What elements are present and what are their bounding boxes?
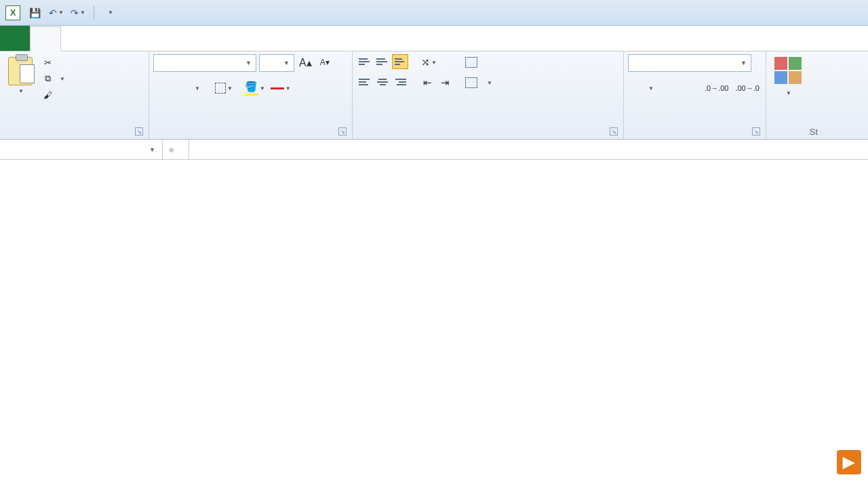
grow-font-button[interactable]: A▴ (297, 54, 314, 70)
bold-button[interactable] (153, 80, 170, 96)
align-center-button[interactable] (374, 75, 391, 89)
wrap-icon (465, 57, 477, 68)
conditional-formatting-icon (774, 57, 802, 84)
border-icon (215, 83, 226, 94)
orientation-button[interactable]: ⤭▼ (419, 54, 439, 70)
tab-home[interactable] (30, 26, 61, 52)
group-font: ▼ ▼ A▴ A▾ ▼ ▼ 🪣▼ ▼ ↘ (149, 52, 353, 139)
redo-button[interactable]: ↷▼ (71, 5, 85, 20)
align-top-button[interactable] (357, 54, 373, 69)
watermark: ▶ (831, 450, 861, 474)
formula-input[interactable] (189, 140, 868, 159)
tab-page-layout[interactable] (91, 26, 121, 51)
quick-access-toolbar: X 💾 ↶▼ ↷▼ ▼ (0, 0, 117, 25)
paste-button[interactable]: ▼ (4, 54, 37, 97)
ribbon: ▼ ✂ ⧉▼ 🖌 ↘ ▼ ▼ A▴ A▾ ▼ ▼ (0, 52, 868, 140)
percent-format-button[interactable] (656, 80, 673, 96)
bucket-icon: 🪣 (245, 81, 258, 96)
align-right-button[interactable] (392, 75, 408, 89)
group-label-alignment: ↘ (357, 135, 619, 138)
decrease-decimal-button[interactable]: .00→.0 (733, 80, 761, 96)
tab-formulas[interactable] (121, 26, 151, 51)
group-label-font: ↘ (153, 135, 348, 138)
borders-button[interactable]: ▼ (213, 80, 235, 96)
decrease-indent-button[interactable]: ⇤ (419, 75, 435, 91)
comma-format-button[interactable] (675, 80, 692, 96)
merge-center-button[interactable]: ▼ (461, 75, 496, 91)
group-label-styles: St (770, 125, 857, 138)
tab-file[interactable] (0, 26, 30, 51)
font-color-button[interactable]: ▼ (269, 80, 293, 96)
format-painter-button[interactable]: 🖌 (39, 88, 68, 102)
excel-logo-icon: X (5, 5, 20, 20)
increase-decimal-button[interactable]: .0→.00 (703, 80, 730, 96)
group-clipboard: ▼ ✂ ⧉▼ 🖌 ↘ (0, 52, 149, 139)
undo-button[interactable]: ↶▼ (49, 5, 64, 20)
tab-view[interactable] (210, 26, 240, 51)
chevron-down-icon: ▼ (18, 88, 24, 94)
increase-indent-button[interactable]: ⇥ (437, 75, 453, 91)
number-format-combo[interactable]: ▼ (628, 54, 751, 72)
scissors-icon: ✂ (42, 57, 53, 68)
cut-button[interactable]: ✂ (39, 56, 68, 69)
conditional-formatting-button[interactable]: ▼ (770, 54, 806, 100)
ribbon-tabs (0, 26, 868, 52)
qat-separator (94, 6, 94, 20)
shrink-font-button[interactable]: A▾ (317, 54, 333, 70)
name-box[interactable]: ▼ (0, 140, 163, 159)
fill-color-button[interactable]: 🪣▼ (243, 80, 267, 96)
paste-icon (8, 57, 33, 85)
number-launcher[interactable]: ↘ (752, 127, 760, 136)
clipboard-launcher[interactable]: ↘ (135, 127, 143, 136)
tab-data[interactable] (151, 26, 180, 51)
font-launcher[interactable]: ↘ (338, 127, 347, 136)
save-button[interactable]: 💾 (27, 5, 42, 20)
fx-buttons: ● (163, 140, 189, 159)
formula-bar-row: ▼ ● (0, 140, 868, 160)
group-label-clipboard: ↘ (4, 135, 144, 138)
merge-icon (465, 77, 477, 88)
copy-button[interactable]: ⧉▼ (39, 72, 68, 85)
group-label-number: ↘ (628, 135, 762, 138)
underline-button[interactable]: ▼ (189, 80, 205, 96)
chevron-down-icon: ▼ (60, 76, 65, 82)
font-size-combo[interactable]: ▼ (259, 54, 294, 72)
tab-insert[interactable] (61, 26, 91, 51)
accounting-format-button[interactable] (628, 80, 644, 96)
font-name-combo[interactable]: ▼ (153, 54, 256, 72)
titlebar: X 💾 ↶▼ ↷▼ ▼ (0, 0, 868, 26)
tab-review[interactable] (180, 26, 210, 51)
italic-button[interactable] (171, 80, 187, 96)
alignment-launcher[interactable]: ↘ (610, 127, 618, 136)
align-middle-button[interactable] (374, 54, 391, 69)
watermark-icon: ▶ (837, 450, 861, 474)
group-styles: ▼ St (766, 52, 861, 139)
cancel-formula-icon[interactable]: ● (168, 144, 175, 156)
group-number: ▼ ▼ .0→.00 .00→.0 ↘ (624, 52, 766, 139)
group-alignment: ⤭▼ ⇤ ⇥ ▼ ↘ (353, 52, 624, 139)
copy-icon: ⧉ (42, 73, 53, 84)
brush-icon: 🖌 (42, 89, 53, 100)
qat-customize-button[interactable]: ▼ (102, 5, 117, 20)
align-left-button[interactable] (357, 75, 373, 89)
font-color-icon (271, 87, 284, 89)
align-bottom-button[interactable] (392, 54, 408, 69)
wrap-text-button[interactable] (461, 54, 496, 70)
